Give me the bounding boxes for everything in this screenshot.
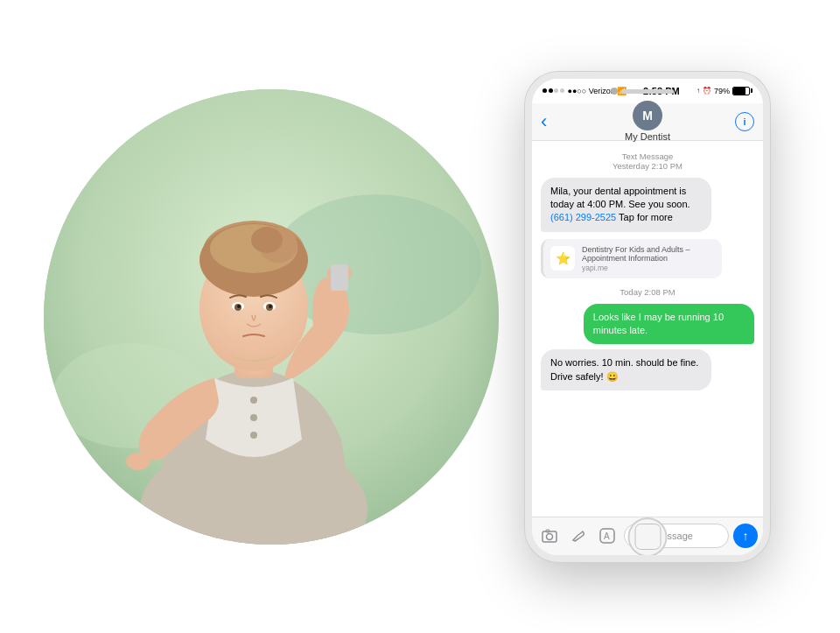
carrier-label: ●●○○ Verizon	[568, 87, 615, 95]
location-icon: ↑	[696, 87, 700, 95]
status-time: 2:58 PM	[643, 86, 680, 96]
message-bubble-3: No worries. 10 min. should be fine. Driv…	[541, 349, 711, 390]
messages-area: Text Message Yesterday 2:10 PM Mila, you…	[532, 141, 763, 517]
status-bar: ●●○○ Verizon 📶 2:58 PM ↑ ⏰ 79%	[532, 79, 763, 103]
battery-percent: 79%	[714, 87, 730, 95]
nav-bar: ‹ M My Dentist i	[532, 103, 763, 141]
svg-point-22	[126, 453, 150, 470]
timestamp-1: Text Message Yesterday 2:10 PM	[541, 151, 754, 171]
iphone-frame: ●●○○ Verizon 📶 2:58 PM ↑ ⏰ 79% ‹	[525, 72, 770, 562]
camera-button[interactable]	[537, 524, 562, 548]
svg-rect-21	[331, 264, 348, 291]
scene: ●●○○ Verizon 📶 2:58 PM ↑ ⏰ 79% ‹	[0, 0, 840, 633]
svg-text:A: A	[604, 531, 610, 541]
appstore-button[interactable]: A	[595, 524, 620, 548]
phone-camera	[611, 88, 618, 95]
battery-icon	[732, 87, 752, 95]
alarm-icon: ⏰	[703, 87, 711, 95]
message-bubble-2: Looks like I may be running 10 minutes l…	[584, 304, 754, 345]
message-text-1: Mila, your dental appointment is today a…	[550, 186, 690, 223]
info-button[interactable]: i	[735, 112, 754, 131]
svg-point-19	[269, 305, 272, 308]
contact-name: My Dentist	[625, 131, 670, 142]
send-icon: ↑	[743, 530, 749, 542]
link-card-title: Dentistry For Kids and Adults – Appointm…	[582, 245, 715, 263]
send-button[interactable]: ↑	[733, 524, 758, 548]
nav-center: M My Dentist	[625, 101, 670, 142]
back-button[interactable]: ‹	[541, 109, 552, 135]
contact-avatar: M	[633, 101, 662, 130]
link-card-icon: ⭐	[550, 246, 575, 271]
svg-point-5	[250, 414, 257, 421]
hero-photo	[44, 89, 499, 545]
phone-link[interactable]: (661) 299-2525	[550, 212, 616, 222]
signal-dots	[542, 88, 564, 93]
link-preview-card[interactable]: ⭐ Dentistry For Kids and Adults – Appoin…	[541, 239, 722, 278]
message-text-2: Looks like I may be running 10 minutes l…	[593, 312, 724, 335]
link-card-content: Dentistry For Kids and Adults – Appointm…	[582, 245, 715, 272]
phone-mockup: ●●○○ Verizon 📶 2:58 PM ↑ ⏰ 79% ‹	[525, 72, 770, 562]
svg-point-6	[250, 432, 257, 439]
svg-point-18	[237, 305, 241, 308]
message-text-3: No worries. 10 min. should be fine. Driv…	[550, 357, 698, 381]
status-right: ↑ ⏰ 79%	[696, 87, 752, 95]
svg-point-13	[251, 227, 283, 253]
handwriting-button[interactable]	[566, 524, 591, 548]
link-card-url: yapi.me	[582, 264, 715, 272]
wifi-icon: 📶	[617, 87, 626, 95]
timestamp-2: Today 2:08 PM	[541, 287, 754, 297]
home-button[interactable]	[628, 517, 668, 557]
svg-point-24	[547, 534, 553, 540]
svg-point-4	[250, 397, 257, 404]
message-bubble-1: Mila, your dental appointment is today a…	[541, 178, 711, 232]
